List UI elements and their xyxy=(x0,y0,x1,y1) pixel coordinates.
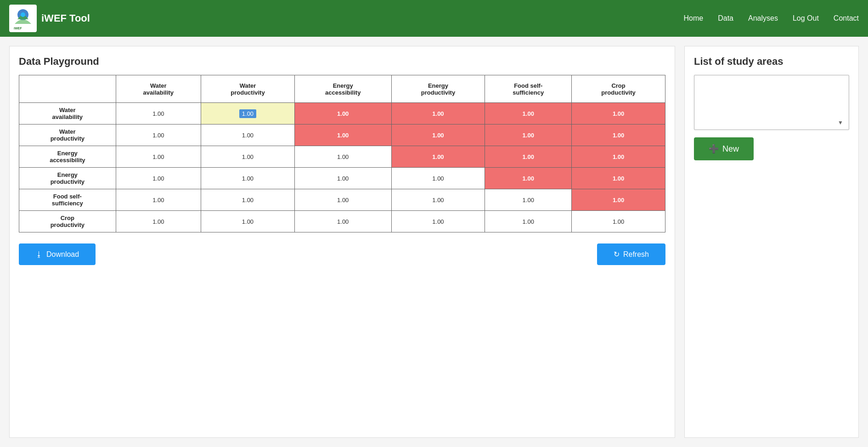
refresh-label: Refresh xyxy=(623,250,649,259)
page-title: Data Playground xyxy=(19,56,665,68)
col-header-empty xyxy=(19,75,116,103)
col-header-water-avail: Wateravailability xyxy=(116,75,201,103)
row-label: Food self-sufficiency xyxy=(19,189,116,211)
table-cell: 1.00 xyxy=(201,189,295,211)
navbar-brand: iWEF iWEF Tool xyxy=(9,5,90,32)
table-cell: 1.00 xyxy=(485,103,572,124)
navbar-logo: iWEF xyxy=(9,5,37,32)
table-cell: 1.00 xyxy=(485,168,572,189)
main-container: Data Playground Wateravailability Waterp… xyxy=(0,37,868,447)
table-cell: 1.00 xyxy=(572,168,665,189)
table-cell: 1.00 xyxy=(391,103,485,124)
table-cell: 1.00 xyxy=(572,124,665,146)
table-cell: 1.00 xyxy=(116,146,201,168)
left-panel: Data Playground Wateravailability Waterp… xyxy=(9,46,675,438)
bottom-buttons: ⭳ Download ↻ Refresh xyxy=(19,243,665,265)
col-header-crop-prod: Cropproductivity xyxy=(572,75,665,103)
table-cell: 1.00 xyxy=(391,146,485,168)
table-cell: 1.00 xyxy=(294,146,391,168)
table-cell: 1.00 xyxy=(294,124,391,146)
table-cell: 1.00 xyxy=(116,168,201,189)
table-cell: 1.00 xyxy=(116,124,201,146)
row-label: Cropproductivity xyxy=(19,211,116,232)
navbar: iWEF iWEF Tool Home Data Analyses Log Ou… xyxy=(0,0,868,37)
table-cell: 1.00 xyxy=(201,124,295,146)
row-label: Wateravailability xyxy=(19,103,116,124)
table-row: Energyaccessibility 1.00 1.00 1.00 1.00 … xyxy=(19,146,665,168)
table-cell: 1.00 xyxy=(116,103,201,124)
table-cell: 1.00 xyxy=(391,124,485,146)
nav-home[interactable]: Home xyxy=(684,14,704,23)
nav-logout[interactable]: Log Out xyxy=(793,14,819,23)
refresh-icon: ↻ xyxy=(614,250,620,259)
table-cell: 1.00 xyxy=(294,168,391,189)
table-cell: 1.00 xyxy=(116,211,201,232)
table-cell: 1.00 xyxy=(485,189,572,211)
table-cell: 1.00 xyxy=(485,124,572,146)
table-cell: 1.00 xyxy=(201,211,295,232)
table-row: Food self-sufficiency 1.00 1.00 1.00 1.0… xyxy=(19,189,665,211)
table-cell: 1.00 xyxy=(294,189,391,211)
table-row: Cropproductivity 1.00 1.00 1.00 1.00 1.0… xyxy=(19,211,665,232)
nav-data[interactable]: Data xyxy=(718,14,733,23)
table-cell: 1.00 xyxy=(391,189,485,211)
table-cell: 1.00 xyxy=(116,189,201,211)
nav-analyses[interactable]: Analyses xyxy=(748,14,778,23)
plus-icon: ➕ xyxy=(709,144,719,154)
col-header-water-prod: Waterproductivity xyxy=(201,75,295,103)
col-header-energy-access: Energyaccessibility xyxy=(294,75,391,103)
table-cell: 1.00 xyxy=(572,103,665,124)
dropdown-arrow-icon: ▼ xyxy=(838,119,843,126)
table-cell: 1.00 xyxy=(485,211,572,232)
table-cell: 1.00 xyxy=(572,211,665,232)
new-button-label: New xyxy=(722,144,739,154)
col-header-food-self: Food self-sufficiency xyxy=(485,75,572,103)
table-cell-editable[interactable]: 1.00 xyxy=(201,103,295,124)
brand-name: iWEF Tool xyxy=(41,12,90,24)
table-cell: 1.00 xyxy=(294,211,391,232)
navbar-links: Home Data Analyses Log Out Contact xyxy=(684,14,859,23)
table-cell: 1.00 xyxy=(201,146,295,168)
matrix-table: Wateravailability Waterproductivity Ener… xyxy=(19,75,665,232)
download-icon: ⭳ xyxy=(35,250,43,259)
table-cell: 1.00 xyxy=(294,103,391,124)
right-panel: List of study areas ▼ ➕ New xyxy=(684,46,859,438)
new-study-area-button[interactable]: ➕ New xyxy=(694,137,754,160)
table-cell: 1.00 xyxy=(391,168,485,189)
download-button[interactable]: ⭳ Download xyxy=(19,243,96,265)
row-label: Energyaccessibility xyxy=(19,146,116,168)
study-area-dropdown[interactable]: ▼ xyxy=(694,75,849,130)
table-cell: 1.00 xyxy=(391,211,485,232)
table-cell: 1.00 xyxy=(572,189,665,211)
table-cell: 1.00 xyxy=(201,168,295,189)
table-row: Wateravailability 1.00 1.00 1.00 1.00 1.… xyxy=(19,103,665,124)
download-label: Download xyxy=(46,250,79,259)
row-label: Waterproductivity xyxy=(19,124,116,146)
right-panel-title: List of study areas xyxy=(694,56,849,68)
refresh-button[interactable]: ↻ Refresh xyxy=(597,243,665,265)
cell-selected-value: 1.00 xyxy=(239,109,256,118)
table-cell: 1.00 xyxy=(485,146,572,168)
svg-point-2 xyxy=(21,12,25,17)
nav-contact[interactable]: Contact xyxy=(834,14,859,23)
table-cell: 1.00 xyxy=(572,146,665,168)
svg-text:iWEF: iWEF xyxy=(14,27,22,30)
col-header-energy-prod: Energyproductivity xyxy=(391,75,485,103)
row-label: Energyproductivity xyxy=(19,168,116,189)
table-row: Energyproductivity 1.00 1.00 1.00 1.00 1… xyxy=(19,168,665,189)
table-row: Waterproductivity 1.00 1.00 1.00 1.00 1.… xyxy=(19,124,665,146)
